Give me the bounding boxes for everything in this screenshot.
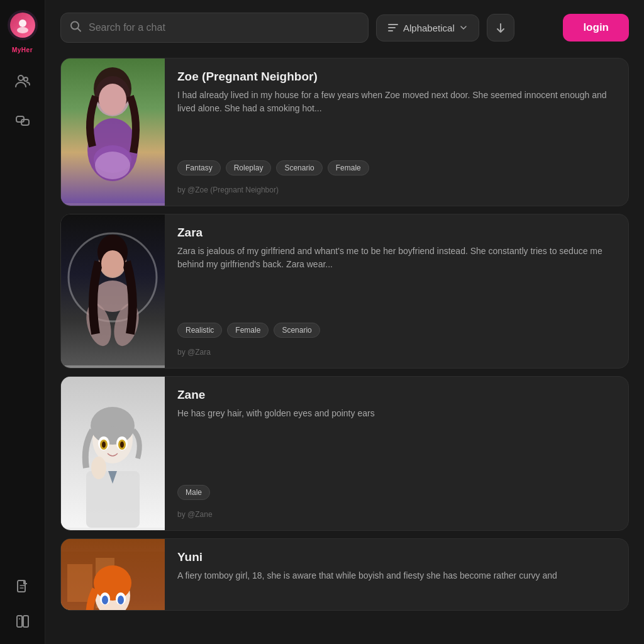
svg-rect-8 [23, 616, 28, 627]
card-author-zara: by @Zara [177, 348, 616, 357]
card-desc-yuni: A fiery tomboy girl, 18, she is aware th… [177, 569, 616, 599]
card-tags-zane: Male [177, 485, 616, 500]
logo-wrap[interactable]: MyHer [8, 10, 38, 53]
logo-icon [10, 13, 35, 38]
tag-female[interactable]: Female [328, 160, 369, 175]
svg-point-43 [94, 565, 131, 601]
card-body-zane: Zane He has grey hair, with golden eyes … [165, 377, 628, 530]
card-title-zara: Zara [177, 226, 616, 240]
app-name: MyHer [12, 47, 33, 53]
svg-point-37 [91, 457, 106, 479]
tag-scenario-zara[interactable]: Scenario [274, 323, 319, 338]
card-body-zara: Zara Zara is jealous of my girlfriend an… [165, 214, 628, 368]
sidebar: MyHer [0, 0, 45, 644]
card-tags-zoe: Fantasy Roleplay Scenario Female [177, 160, 616, 175]
card-author-zane: by @Zane [177, 510, 616, 519]
tag-realistic[interactable]: Realistic [177, 323, 222, 338]
sidebar-item-file[interactable] [10, 574, 35, 599]
card-desc-zane: He has grey hair, with golden eyes and p… [177, 407, 616, 477]
tag-scenario[interactable]: Scenario [276, 160, 322, 175]
search-wrap [60, 13, 369, 43]
card-zoe[interactable]: Zoe (Pregnant Neighbor) I had already li… [60, 58, 629, 206]
tag-roleplay[interactable]: Roleplay [226, 160, 272, 175]
card-image-zane [61, 377, 165, 530]
main-content: Alphabetical login [45, 0, 644, 644]
sidebar-item-book[interactable] [10, 609, 35, 634]
svg-point-45 [102, 596, 108, 604]
svg-point-1 [17, 27, 28, 33]
card-body-zoe: Zoe (Pregnant Neighbor) I had already li… [165, 58, 628, 206]
card-image-zoe [61, 58, 165, 206]
cards-list: Zoe (Pregnant Neighbor) I had already li… [60, 58, 629, 611]
svg-point-47 [118, 596, 124, 604]
tag-male[interactable]: Male [177, 485, 210, 500]
search-icon [69, 20, 82, 36]
chevron-down-icon [460, 24, 467, 31]
card-title-zane: Zane [177, 388, 616, 402]
svg-point-26 [101, 250, 124, 277]
login-button[interactable]: login [563, 14, 629, 42]
app-logo [8, 10, 38, 40]
arrow-down-icon [494, 21, 507, 34]
sidebar-item-users[interactable] [10, 69, 35, 94]
card-tags-zara: Realistic Female Scenario [177, 323, 616, 338]
sidebar-item-chat[interactable] [10, 109, 35, 134]
svg-point-3 [24, 77, 28, 81]
svg-point-18 [95, 152, 130, 179]
svg-line-11 [78, 28, 81, 31]
card-title-yuni: Yuni [177, 550, 616, 564]
sort-label: Alphabetical [403, 23, 455, 33]
svg-point-36 [120, 441, 124, 448]
tag-female-zara[interactable]: Female [227, 323, 269, 338]
card-zara[interactable]: Zara Zara is jealous of my girlfriend an… [60, 214, 629, 369]
svg-point-2 [18, 75, 23, 80]
sort-lines-icon [388, 24, 398, 31]
svg-point-0 [19, 19, 26, 27]
card-yuni[interactable]: Yuni A fiery tomboy girl, 18, she is awa… [60, 538, 629, 611]
sidebar-bottom [10, 574, 35, 634]
svg-rect-40 [67, 564, 92, 602]
sort-button[interactable]: Alphabetical [376, 14, 479, 42]
sort-direction-button[interactable] [487, 14, 514, 42]
topbar: Alphabetical login [60, 13, 629, 43]
card-body-yuni: Yuni A fiery tomboy girl, 18, she is awa… [165, 539, 628, 610]
card-desc-zara: Zara is jealous of my girlfriend and wha… [177, 245, 616, 315]
card-zane[interactable]: Zane He has grey hair, with golden eyes … [60, 376, 629, 531]
svg-point-33 [102, 441, 106, 448]
card-image-yuni [61, 539, 165, 611]
card-author-zoe: by @Zoe (Pregnant Neighbor) [177, 186, 616, 194]
card-desc-zoe: I had already lived in my house for a fe… [177, 89, 616, 153]
svg-point-17 [99, 84, 126, 115]
svg-rect-7 [17, 616, 22, 627]
tag-fantasy[interactable]: Fantasy [177, 160, 221, 175]
card-title-zoe: Zoe (Pregnant Neighbor) [177, 70, 616, 84]
card-image-zara [61, 214, 165, 368]
search-input[interactable] [60, 13, 369, 43]
